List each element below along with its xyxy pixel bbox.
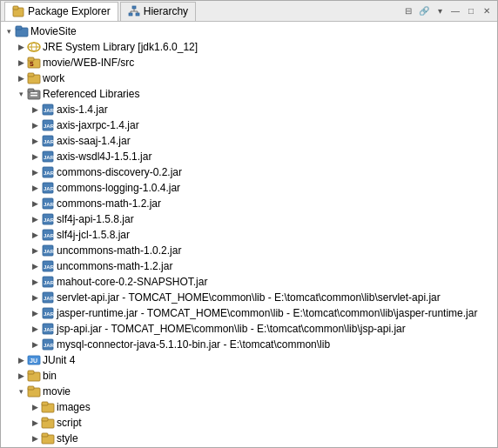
tree-item-movie[interactable]: ▾ movie: [1, 384, 497, 399]
commons-math-label: commons-math-1.2.jar: [57, 197, 161, 210]
svg-text:JAR: JAR: [44, 343, 55, 348]
axis-saaj-label: axis-saaj-1.4.jar: [57, 135, 131, 147]
minimize-button[interactable]: —: [448, 4, 462, 18]
svg-rect-18: [28, 73, 34, 77]
work-label: work: [43, 72, 64, 84]
svg-rect-2: [132, 6, 136, 9]
jar-commons-logging-icon: JAR: [41, 181, 55, 195]
svg-text:JAR: JAR: [44, 327, 55, 332]
tree-item-images[interactable]: ▶ images: [1, 399, 497, 415]
tree-item-style[interactable]: ▶ style: [1, 431, 497, 446]
tree-item-uncommons-math-1.2[interactable]: ▶ JAR uncommons-math-1.2.jar: [1, 258, 497, 274]
uncommons-math-1.2-label: uncommons-math-1.2.jar: [57, 260, 172, 272]
svg-text:JAR: JAR: [44, 249, 55, 254]
bin-label: bin: [43, 370, 57, 382]
svg-rect-22: [30, 95, 37, 97]
svg-rect-1: [13, 6, 18, 10]
jre-label: JRE System Library [jdk1.6.0_12]: [43, 41, 198, 53]
svg-text:JU: JU: [30, 358, 37, 364]
tree-item-ref-libs[interactable]: ▾ Referenced Libraries: [1, 86, 497, 102]
tree-item-moviesite[interactable]: ▾ MovieSite: [1, 23, 497, 39]
tree-item-commons-math[interactable]: ▶ JAR commons-math-1.2.jar: [1, 196, 497, 211]
tree-item-axis-1.4[interactable]: ▶ JAR axis-1.4.jar: [1, 102, 497, 117]
svg-text:JAR: JAR: [44, 186, 55, 191]
link-editor-button[interactable]: 🔗: [417, 4, 431, 18]
tree-item-bin[interactable]: ▶ bin: [1, 368, 497, 384]
svg-text:JAR: JAR: [44, 296, 55, 301]
tree-container[interactable]: ▾ MovieSite ▶ JRE System Library [jdk1.6: [1, 22, 497, 447]
svg-text:JAR: JAR: [44, 139, 55, 144]
tree-item-jsp-api[interactable]: ▶ JAR jsp-api.jar - TOMCAT_HOME\common\l…: [1, 321, 497, 337]
svg-rect-64: [42, 418, 48, 421]
jar-slf4j-jcl-icon: JAR: [41, 228, 55, 242]
jar-commons-discovery-icon: JAR: [41, 165, 55, 179]
svg-text:JAR: JAR: [44, 124, 55, 129]
svg-rect-66: [42, 433, 48, 437]
view-menu-button[interactable]: ▾: [433, 4, 447, 18]
jar-mahout-icon: JAR: [41, 275, 55, 289]
images-label: images: [57, 401, 91, 413]
expand-jre[interactable]: ▶: [15, 41, 27, 53]
jar-uncommons-math-1.0-icon: JAR: [41, 244, 55, 257]
jar-axis-saaj-icon: JAR: [41, 134, 55, 148]
close-button[interactable]: ✕: [480, 4, 494, 18]
tree-item-mysql-connector[interactable]: ▶ JAR mysql-connector-java-5.1.10-bin.ja…: [1, 337, 497, 352]
svg-rect-21: [30, 92, 37, 94]
expand-ref-libs[interactable]: ▾: [15, 88, 27, 100]
tree-item-servlet-api[interactable]: ▶ JAR servlet-api.jar - TOMCAT_HOME\comm…: [1, 290, 497, 305]
axis-1.4-label: axis-1.4.jar: [57, 104, 108, 116]
tree-item-axis-saaj[interactable]: ▶ JAR axis-saaj-1.4.jar: [1, 133, 497, 149]
maximize-button[interactable]: □: [464, 4, 478, 18]
folder-style-icon: [41, 431, 55, 445]
expand-work[interactable]: ▶: [15, 72, 27, 84]
svg-rect-3: [129, 13, 132, 16]
tree-item-web-inf[interactable]: ▶ WEB-INF: [1, 446, 497, 447]
tree-item-axis-jaxrpc[interactable]: ▶ JAR axis-jaxrpc-1.4.jar: [1, 117, 497, 133]
uncommons-math-1.0-label: uncommons-math-1.0.2.jar: [57, 244, 181, 257]
jar-axis-1.4-icon: JAR: [41, 103, 55, 117]
mysql-connector-label: mysql-connector-java-5.1.10-bin.jar - E:…: [57, 338, 330, 351]
tree-item-mahout[interactable]: ▶ JAR mahout-core-0.2-SNAPSHOT.jar: [1, 274, 497, 290]
commons-logging-label: commons-logging-1.0.4.jar: [57, 182, 180, 194]
expand-web-inf-src[interactable]: ▶: [15, 57, 27, 69]
tree-item-web-inf-src[interactable]: ▶ S movie/WEB-INF/src: [1, 55, 497, 70]
tree-item-axis-wsdl4j[interactable]: ▶ JAR axis-wsdl4J-1.5.1.jar: [1, 149, 497, 164]
folder-bin-icon: [27, 369, 41, 383]
svg-text:JAR: JAR: [44, 155, 55, 160]
expand-axis-jaxrpc[interactable]: ▶: [29, 119, 41, 131]
tree-item-script[interactable]: ▶ script: [1, 415, 497, 431]
tree-item-junit[interactable]: ▶ JU JUnit 4: [1, 352, 497, 368]
tree-item-jre[interactable]: ▶ JRE System Library [jdk1.6.0_12]: [1, 39, 497, 55]
expand-axis-1.4[interactable]: ▶: [29, 104, 41, 116]
jar-axis-wsdl4j-icon: JAR: [41, 150, 55, 164]
tree-item-uncommons-math-1.0[interactable]: ▶ JAR uncommons-math-1.0.2.jar: [1, 243, 497, 258]
tab-package-explorer-label: Package Explorer: [28, 5, 111, 17]
tree-item-jasper-runtime[interactable]: ▶ JAR jasper-runtime.jar - TOMCAT_HOME\c…: [1, 305, 497, 321]
tree-item-slf4j-jcl[interactable]: ▶ JAR slf4j-jcl-1.5.8.jar: [1, 227, 497, 243]
tree-item-commons-discovery[interactable]: ▶ JAR commons-discovery-0.2.jar: [1, 164, 497, 180]
tree-item-slf4j-api[interactable]: ▶ JAR slf4j-api-1.5.8.jar: [1, 211, 497, 227]
svg-text:S: S: [30, 61, 34, 67]
jasper-runtime-label: jasper-runtime.jar - TOMCAT_HOME\common\…: [57, 307, 477, 319]
slf4j-api-label: slf4j-api-1.5.8.jar: [57, 213, 134, 225]
svg-rect-62: [42, 402, 48, 405]
moviesite-label: MovieSite: [30, 25, 77, 37]
tree-item-commons-logging[interactable]: ▶ JAR commons-logging-1.0.4.jar: [1, 180, 497, 196]
tree-item-work[interactable]: ▶ work: [1, 70, 497, 86]
style-label: style: [57, 432, 78, 445]
jar-uncommons-math-1.2-icon: JAR: [41, 259, 55, 273]
slf4j-jcl-label: slf4j-jcl-1.5.8.jar: [57, 229, 130, 241]
svg-text:JAR: JAR: [44, 217, 55, 223]
package-explorer-icon: [12, 5, 24, 17]
collapse-all-button[interactable]: ⊟: [401, 4, 415, 18]
project-icon: [15, 24, 29, 38]
ref-lib-icon: [27, 87, 41, 101]
tab-hierarchy[interactable]: Hierarchy: [120, 2, 196, 21]
folder-images-icon: [41, 400, 55, 414]
expand-moviesite[interactable]: ▾: [3, 25, 15, 37]
jsp-api-label: jsp-api.jar - TOMCAT_HOME\common\lib - E…: [57, 323, 406, 335]
hierarchy-icon: [128, 5, 140, 17]
svg-rect-10: [16, 26, 22, 30]
folder-script-icon: [41, 416, 55, 430]
tab-package-explorer[interactable]: Package Explorer: [4, 2, 118, 21]
